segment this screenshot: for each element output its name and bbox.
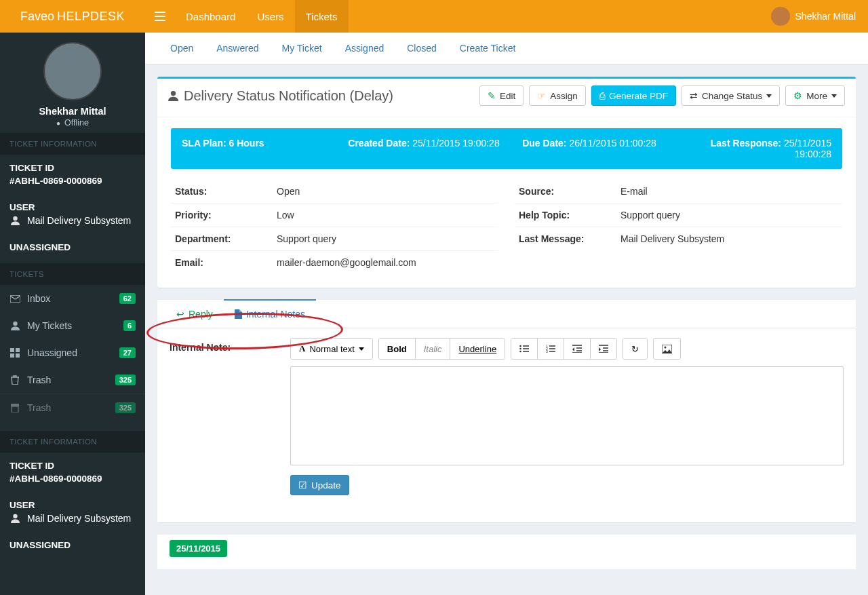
sub-tabs: ↩ Reply Internal Notes [157, 300, 856, 328]
sidebar-item-inbox[interactable]: Inbox 62 [0, 285, 145, 312]
assign-button[interactable]: ☞ Assign [529, 85, 586, 106]
svg-point-11 [519, 345, 521, 347]
tab-assigned[interactable]: Assigned [335, 33, 395, 64]
svg-rect-4 [16, 348, 20, 352]
svg-point-0 [13, 216, 17, 220]
image-icon [662, 345, 672, 353]
sla-bar: SLA Plan: 6 Hours Created Date: 25/11/20… [171, 128, 842, 169]
indent-button[interactable] [590, 339, 616, 359]
sidebar-user: Shekhar Mittal Offline [0, 33, 145, 133]
note-textarea[interactable] [290, 366, 844, 465]
pencil-icon: ✎ [488, 90, 496, 101]
ol-button[interactable]: 123 [537, 339, 564, 359]
tab-answered[interactable]: Answered [206, 33, 269, 64]
topnav: Dashboard Users Tickets [175, 0, 349, 33]
update-button[interactable]: ☑ Update [290, 475, 349, 495]
nav-dashboard[interactable]: Dashboard [175, 0, 246, 33]
sidebar-avatar [43, 42, 102, 100]
sidebar-user-block: USER Mail Delivery Subsystem [0, 194, 145, 234]
edit-button[interactable]: ✎ Edit [479, 85, 524, 106]
caret-down-icon [766, 94, 772, 98]
brand-logo[interactable]: Faveo HELPDESK [0, 0, 145, 33]
avatar-icon [771, 7, 790, 26]
sidebar-unassigned-2: UNASSIGNED [0, 532, 145, 561]
tab-myticket[interactable]: My Ticket [272, 33, 332, 64]
underline-button[interactable]: Underline [450, 339, 505, 359]
note-label: Internal Note: [170, 338, 278, 509]
topbar: Faveo HELPDESK Dashboard Users Tickets S… [0, 0, 868, 33]
main-area: Open Answered My Ticket Assigned Closed … [145, 33, 868, 595]
sidebar-status: Offline [0, 118, 145, 128]
sidebar-item-trash-2[interactable]: Trash 325 [0, 394, 145, 421]
outdent-icon [572, 345, 582, 353]
svg-point-2 [13, 322, 17, 326]
sidebar-ticket-id-2: TICKET ID #ABHL-0869-0000869 [0, 453, 145, 492]
badge: 27 [119, 347, 136, 358]
sidebar-username: Shekhar Mittal [0, 106, 145, 117]
tabbar: Open Answered My Ticket Assigned Closed … [145, 33, 868, 64]
user-icon [9, 216, 20, 225]
tab-open[interactable]: Open [160, 33, 203, 64]
user-icon [9, 321, 20, 330]
svg-point-9 [13, 514, 17, 518]
bold-button[interactable]: Bold [379, 339, 415, 359]
page-title: Delivery Status Notification (Delay) [168, 88, 393, 104]
sidebar-user-block-2: USER Mail Delivery Subsystem [0, 492, 145, 532]
ul-button[interactable] [511, 339, 537, 359]
hamburger-toggle[interactable] [145, 0, 175, 33]
action-buttons: ✎ Edit ☞ Assign ⎙ Generate PDF ⇄ Change … [479, 85, 845, 106]
italic-button[interactable]: Italic [415, 339, 450, 359]
archive-icon [9, 404, 20, 412]
indent-icon [599, 345, 608, 353]
svg-rect-3 [10, 348, 14, 352]
print-icon: ⎙ [599, 91, 605, 101]
caret-down-icon [831, 94, 837, 98]
svg-rect-8 [12, 406, 18, 412]
image-button[interactable] [654, 339, 680, 359]
topbar-user[interactable]: Shekhar Mittal [771, 0, 868, 33]
sidebar-nav: Inbox 62 My Tickets 6 Unassigned 27 Tras… [0, 285, 145, 421]
caret-down-icon [359, 347, 364, 351]
generate-pdf-button[interactable]: ⎙ Generate PDF [591, 85, 676, 106]
tab-internal-notes[interactable]: Internal Notes [224, 299, 316, 328]
more-button[interactable]: ⚙ More [785, 85, 845, 106]
sidebar-item-mytickets[interactable]: My Tickets 6 [0, 312, 145, 339]
format-dropdown[interactable]: A Normal text [291, 339, 372, 359]
check-icon: ☑ [298, 480, 307, 491]
sidebar: Shekhar Mittal Offline TICKET INFORMATIO… [0, 33, 145, 595]
hamburger-icon [155, 12, 165, 21]
list-ol-icon: 123 [546, 345, 555, 353]
editor-toolbar: A Normal text Bold Italic Underline [290, 338, 844, 360]
file-icon [235, 309, 242, 319]
sidebar-header-ticketinfo: TICKET INFORMATION [0, 133, 145, 155]
inbox-icon [9, 295, 20, 303]
svg-point-10 [171, 91, 176, 96]
gear-icon: ⚙ [793, 90, 802, 101]
badge: 6 [123, 320, 136, 331]
timeline: 25/11/2015 [157, 535, 856, 569]
svg-rect-6 [16, 353, 20, 358]
tab-create[interactable]: Create Ticket [450, 33, 526, 64]
tab-closed[interactable]: Closed [397, 33, 447, 64]
list-ul-icon [519, 345, 529, 353]
tab-reply[interactable]: ↩ Reply [165, 300, 224, 328]
sidebar-item-unassigned[interactable]: Unassigned 27 [0, 339, 145, 366]
outdent-button[interactable] [564, 339, 590, 359]
undo-button[interactable]: ↻ [623, 339, 647, 359]
undo-icon: ↻ [631, 344, 639, 354]
sidebar-header-ticketinfo-2: TICKET INFORMATION [0, 431, 145, 453]
sidebar-unassigned: UNASSIGNED [0, 234, 145, 263]
svg-point-13 [519, 351, 521, 353]
change-status-button[interactable]: ⇄ Change Status [682, 85, 780, 106]
nav-users[interactable]: Users [246, 0, 294, 33]
user-icon [168, 90, 178, 101]
svg-point-12 [519, 348, 521, 350]
sidebar-header-tickets: TICKETS [0, 263, 145, 285]
font-icon: A [299, 343, 305, 354]
user-icon [9, 514, 20, 523]
badge: 325 [115, 375, 136, 385]
nav-tickets[interactable]: Tickets [295, 0, 349, 33]
svg-text:3: 3 [546, 349, 548, 353]
sidebar-item-trash[interactable]: Trash 325 [0, 366, 145, 394]
trash-icon [9, 375, 20, 385]
